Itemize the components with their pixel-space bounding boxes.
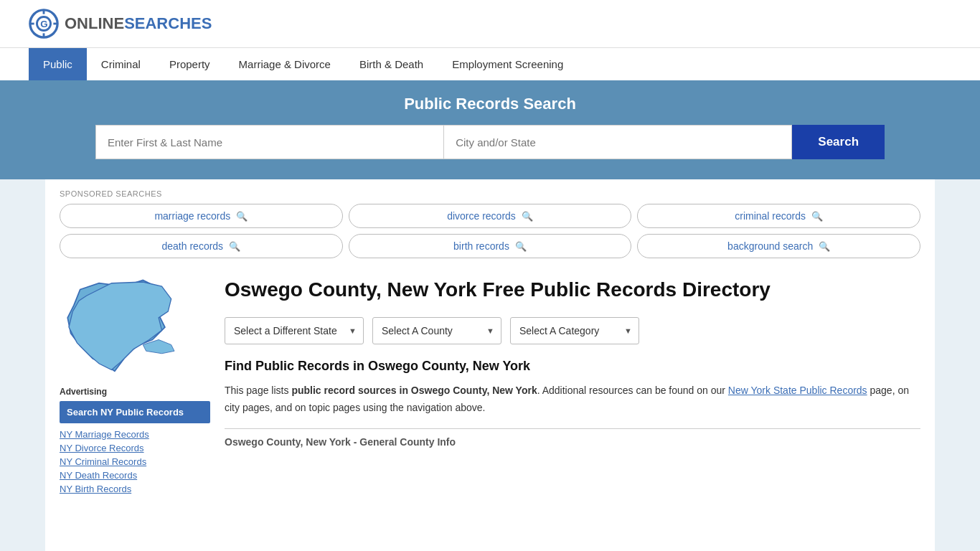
- sponsored-section: SPONSORED SEARCHES marriage records 🔍 di…: [45, 179, 935, 265]
- sponsored-link-background-text: background search: [727, 240, 813, 252]
- sidebar-links: NY Marriage Records NY Divorce Records N…: [60, 429, 210, 494]
- sponsored-links: marriage records 🔍 divorce records 🔍 cri…: [60, 204, 920, 258]
- logo-text: ONLINESEARCHES: [65, 14, 212, 33]
- section-heading: Find Public Records in Oswego County, Ne…: [225, 359, 920, 374]
- nav-item-employment-screening[interactable]: Employment Screening: [438, 48, 578, 80]
- desc-part1: This page lists: [225, 385, 291, 396]
- search-banner-title: Public Records Search: [29, 95, 951, 113]
- search-icon: 🔍: [229, 241, 240, 252]
- state-select[interactable]: Select a Different State: [225, 317, 364, 344]
- search-icon: 🔍: [522, 211, 533, 222]
- sponsored-link-divorce[interactable]: divorce records 🔍: [349, 204, 632, 228]
- main-navigation: Public Criminal Property Marriage & Divo…: [0, 47, 980, 80]
- logo-searches: SEARCHES: [124, 14, 212, 32]
- nav-item-criminal[interactable]: Criminal: [87, 48, 155, 80]
- description-text: This page lists public record sources in…: [225, 382, 920, 417]
- name-input[interactable]: [95, 125, 443, 159]
- sidebar-link-marriage[interactable]: NY Marriage Records: [60, 429, 210, 440]
- nav-item-property[interactable]: Property: [155, 48, 225, 80]
- svg-text:G: G: [40, 19, 47, 29]
- county-select[interactable]: Select A County: [372, 317, 501, 344]
- search-button[interactable]: Search: [792, 125, 885, 159]
- desc-link[interactable]: New York State Public Records: [728, 385, 867, 396]
- main-content: Oswego County, New York Free Public Reco…: [225, 277, 920, 541]
- desc-bold: public record sources in Oswego County, …: [291, 385, 537, 396]
- search-banner: Public Records Search Search: [0, 80, 980, 179]
- sponsored-link-death[interactable]: death records 🔍: [60, 234, 343, 258]
- logo-online: ONLINE: [65, 14, 124, 32]
- logo-area: G ONLINESEARCHES: [29, 9, 212, 39]
- sidebar-ad-box[interactable]: Search NY Public Records: [60, 401, 210, 423]
- sponsored-link-criminal-text: criminal records: [735, 210, 806, 222]
- state-map-icon: [60, 277, 189, 377]
- logo-icon: G: [29, 9, 59, 39]
- nav-item-public[interactable]: Public: [29, 48, 87, 80]
- location-input[interactable]: [443, 125, 792, 159]
- content-wrapper: SPONSORED SEARCHES marriage records 🔍 di…: [45, 179, 935, 551]
- category-select[interactable]: Select A Category: [510, 317, 639, 344]
- page-title: Oswego County, New York Free Public Reco…: [225, 277, 920, 303]
- main-body: Advertising Search NY Public Records NY …: [45, 265, 935, 551]
- sponsored-link-marriage[interactable]: marriage records 🔍: [60, 204, 343, 228]
- sidebar: Advertising Search NY Public Records NY …: [60, 277, 210, 541]
- search-icon: 🔍: [515, 241, 527, 252]
- sidebar-advertising-label: Advertising: [60, 387, 210, 397]
- state-select-wrapper: Select a Different State: [225, 317, 364, 344]
- sponsored-link-divorce-text: divorce records: [447, 210, 516, 222]
- sidebar-link-divorce[interactable]: NY Divorce Records: [60, 443, 210, 453]
- category-select-wrapper: Select A Category: [510, 317, 639, 344]
- search-icon: 🔍: [811, 211, 823, 222]
- sponsored-link-criminal[interactable]: criminal records 🔍: [637, 204, 920, 228]
- sidebar-link-birth[interactable]: NY Birth Records: [60, 484, 210, 494]
- desc-part2: . Additional resources can be found on o…: [537, 385, 728, 396]
- top-header: G ONLINESEARCHES: [0, 0, 980, 47]
- dropdowns-row: Select a Different State Select A County…: [225, 317, 920, 344]
- sponsored-label: SPONSORED SEARCHES: [60, 189, 920, 198]
- sidebar-link-death[interactable]: NY Death Records: [60, 470, 210, 481]
- search-form: Search: [95, 125, 885, 159]
- sponsored-link-background[interactable]: background search 🔍: [637, 234, 920, 258]
- search-icon: 🔍: [819, 241, 830, 252]
- county-info-header: Oswego County, New York - General County…: [225, 428, 920, 448]
- sponsored-link-death-text: death records: [162, 240, 224, 252]
- sponsored-link-birth-text: birth records: [453, 240, 509, 252]
- nav-item-birth-death[interactable]: Birth & Death: [345, 48, 438, 80]
- sidebar-link-criminal[interactable]: NY Criminal Records: [60, 456, 210, 467]
- sponsored-link-marriage-text: marriage records: [154, 210, 230, 222]
- county-select-wrapper: Select A County: [372, 317, 501, 344]
- nav-item-marriage-divorce[interactable]: Marriage & Divorce: [225, 48, 345, 80]
- search-icon: 🔍: [236, 211, 248, 222]
- sponsored-link-birth[interactable]: birth records 🔍: [349, 234, 632, 258]
